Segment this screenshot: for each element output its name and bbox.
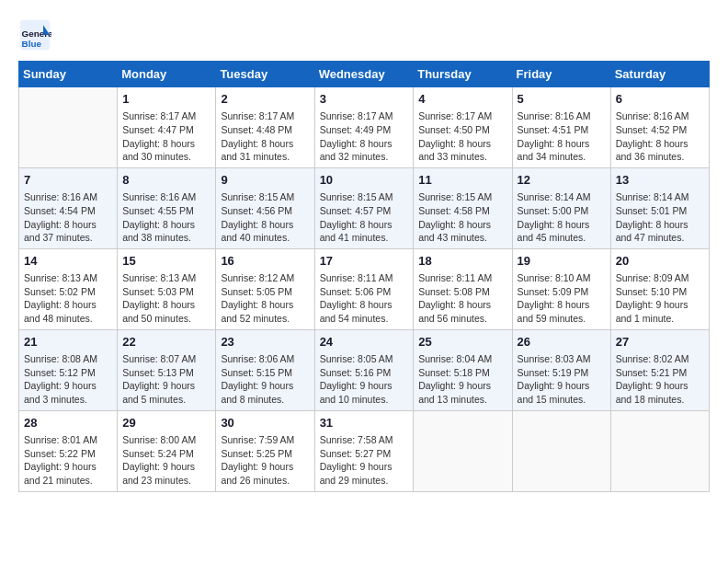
day-info: Sunrise: 8:01 AM Sunset: 5:22 PM Dayligh… — [24, 433, 112, 488]
day-number: 2 — [221, 91, 309, 108]
day-number: 12 — [518, 172, 606, 189]
calendar-cell: 17Sunrise: 8:11 AM Sunset: 5:06 PM Dayli… — [314, 248, 414, 329]
day-number: 19 — [518, 253, 606, 270]
day-info: Sunrise: 8:15 AM Sunset: 4:58 PM Dayligh… — [418, 190, 506, 245]
calendar-cell — [610, 410, 709, 491]
calendar-header-saturday: Saturday — [610, 62, 709, 87]
calendar-cell: 5Sunrise: 8:16 AM Sunset: 4:51 PM Daylig… — [512, 87, 610, 168]
calendar-cell: 25Sunrise: 8:04 AM Sunset: 5:18 PM Dayli… — [414, 329, 512, 410]
day-info: Sunrise: 8:17 AM Sunset: 4:50 PM Dayligh… — [418, 109, 506, 164]
logo-icon: General Blue — [18, 18, 51, 52]
calendar-cell — [19, 87, 118, 168]
calendar-cell: 28Sunrise: 8:01 AM Sunset: 5:22 PM Dayli… — [19, 410, 118, 491]
calendar-header-tuesday: Tuesday — [216, 62, 314, 87]
svg-text:Blue: Blue — [22, 39, 42, 49]
day-info: Sunrise: 8:15 AM Sunset: 4:57 PM Dayligh… — [320, 190, 409, 245]
calendar-week-4: 21Sunrise: 8:08 AM Sunset: 5:12 PM Dayli… — [19, 329, 710, 410]
calendar-cell: 3Sunrise: 8:17 AM Sunset: 4:49 PM Daylig… — [314, 87, 414, 168]
calendar-cell: 11Sunrise: 8:15 AM Sunset: 4:58 PM Dayli… — [414, 167, 512, 248]
calendar-header-friday: Friday — [512, 62, 610, 87]
day-info: Sunrise: 8:16 AM Sunset: 4:55 PM Dayligh… — [122, 190, 210, 245]
day-number: 7 — [24, 172, 112, 189]
calendar-header-wednesday: Wednesday — [314, 62, 414, 87]
day-number: 27 — [616, 334, 704, 350]
calendar-cell: 31Sunrise: 7:58 AM Sunset: 5:27 PM Dayli… — [314, 410, 414, 491]
day-number: 17 — [320, 253, 409, 270]
day-info: Sunrise: 8:12 AM Sunset: 5:05 PM Dayligh… — [221, 271, 309, 326]
day-number: 16 — [221, 253, 309, 270]
day-number: 9 — [221, 172, 309, 189]
calendar-cell: 9Sunrise: 8:15 AM Sunset: 4:56 PM Daylig… — [216, 167, 314, 248]
calendar-week-1: 1Sunrise: 8:17 AM Sunset: 4:47 PM Daylig… — [19, 87, 710, 168]
calendar-cell: 24Sunrise: 8:05 AM Sunset: 5:16 PM Dayli… — [314, 329, 414, 410]
day-number: 29 — [122, 415, 210, 431]
calendar-cell: 7Sunrise: 8:16 AM Sunset: 4:54 PM Daylig… — [19, 167, 118, 248]
day-number: 25 — [418, 334, 506, 350]
calendar-cell: 30Sunrise: 7:59 AM Sunset: 5:25 PM Dayli… — [216, 410, 314, 491]
calendar-cell: 21Sunrise: 8:08 AM Sunset: 5:12 PM Dayli… — [19, 329, 118, 410]
day-number: 15 — [122, 253, 210, 270]
calendar-cell: 27Sunrise: 8:02 AM Sunset: 5:21 PM Dayli… — [610, 329, 709, 410]
calendar-cell: 26Sunrise: 8:03 AM Sunset: 5:19 PM Dayli… — [512, 329, 610, 410]
day-number: 6 — [616, 91, 704, 108]
calendar-cell: 2Sunrise: 8:17 AM Sunset: 4:48 PM Daylig… — [216, 87, 314, 168]
calendar-cell: 23Sunrise: 8:06 AM Sunset: 5:15 PM Dayli… — [216, 329, 314, 410]
day-info: Sunrise: 8:17 AM Sunset: 4:49 PM Dayligh… — [320, 109, 409, 164]
day-info: Sunrise: 8:11 AM Sunset: 5:08 PM Dayligh… — [418, 271, 506, 326]
calendar-header-sunday: Sunday — [19, 62, 118, 87]
calendar-cell: 29Sunrise: 8:00 AM Sunset: 5:24 PM Dayli… — [118, 410, 216, 491]
calendar-cell: 10Sunrise: 8:15 AM Sunset: 4:57 PM Dayli… — [314, 167, 414, 248]
day-number: 21 — [24, 334, 112, 350]
calendar-cell: 1Sunrise: 8:17 AM Sunset: 4:47 PM Daylig… — [118, 87, 216, 168]
day-info: Sunrise: 8:03 AM Sunset: 5:19 PM Dayligh… — [518, 352, 606, 407]
day-info: Sunrise: 8:17 AM Sunset: 4:48 PM Dayligh… — [221, 109, 309, 164]
day-number: 22 — [122, 334, 210, 350]
day-info: Sunrise: 8:02 AM Sunset: 5:21 PM Dayligh… — [616, 352, 704, 407]
day-number: 28 — [24, 415, 112, 431]
day-number: 31 — [320, 415, 409, 431]
day-info: Sunrise: 7:59 AM Sunset: 5:25 PM Dayligh… — [221, 433, 309, 488]
day-info: Sunrise: 8:16 AM Sunset: 4:52 PM Dayligh… — [616, 109, 704, 164]
day-info: Sunrise: 8:05 AM Sunset: 5:16 PM Dayligh… — [320, 352, 409, 407]
day-info: Sunrise: 8:13 AM Sunset: 5:02 PM Dayligh… — [24, 271, 112, 326]
calendar-cell: 6Sunrise: 8:16 AM Sunset: 4:52 PM Daylig… — [610, 87, 709, 168]
day-number: 10 — [320, 172, 409, 189]
logo: General Blue — [18, 18, 57, 52]
calendar-cell: 16Sunrise: 8:12 AM Sunset: 5:05 PM Dayli… — [216, 248, 314, 329]
day-number: 8 — [122, 172, 210, 189]
day-number: 26 — [518, 334, 606, 350]
calendar-week-5: 28Sunrise: 8:01 AM Sunset: 5:22 PM Dayli… — [19, 410, 710, 491]
day-info: Sunrise: 8:16 AM Sunset: 4:51 PM Dayligh… — [518, 109, 606, 164]
day-number: 5 — [518, 91, 606, 108]
day-info: Sunrise: 8:15 AM Sunset: 4:56 PM Dayligh… — [221, 190, 309, 245]
calendar-cell — [512, 410, 610, 491]
day-number: 14 — [24, 253, 112, 270]
day-info: Sunrise: 8:06 AM Sunset: 5:15 PM Dayligh… — [221, 352, 309, 407]
calendar-cell — [414, 410, 512, 491]
calendar-header-monday: Monday — [118, 62, 216, 87]
day-info: Sunrise: 8:13 AM Sunset: 5:03 PM Dayligh… — [122, 271, 210, 326]
day-number: 13 — [616, 172, 704, 189]
calendar-cell: 12Sunrise: 8:14 AM Sunset: 5:00 PM Dayli… — [512, 167, 610, 248]
calendar-cell: 22Sunrise: 8:07 AM Sunset: 5:13 PM Dayli… — [118, 329, 216, 410]
calendar-cell: 4Sunrise: 8:17 AM Sunset: 4:50 PM Daylig… — [414, 87, 512, 168]
day-number: 3 — [320, 91, 409, 108]
day-number: 1 — [122, 91, 210, 108]
day-info: Sunrise: 8:08 AM Sunset: 5:12 PM Dayligh… — [24, 352, 112, 407]
day-info: Sunrise: 8:07 AM Sunset: 5:13 PM Dayligh… — [122, 352, 210, 407]
calendar-week-2: 7Sunrise: 8:16 AM Sunset: 4:54 PM Daylig… — [19, 167, 710, 248]
day-info: Sunrise: 8:14 AM Sunset: 5:00 PM Dayligh… — [518, 190, 606, 245]
day-info: Sunrise: 8:16 AM Sunset: 4:54 PM Dayligh… — [24, 190, 112, 245]
day-info: Sunrise: 8:17 AM Sunset: 4:47 PM Dayligh… — [122, 109, 210, 164]
day-number: 4 — [418, 91, 506, 108]
page-header: General Blue — [18, 18, 710, 52]
calendar-header-thursday: Thursday — [414, 62, 512, 87]
calendar-table: SundayMondayTuesdayWednesdayThursdayFrid… — [18, 61, 710, 492]
day-info: Sunrise: 8:10 AM Sunset: 5:09 PM Dayligh… — [518, 271, 606, 326]
calendar-cell: 15Sunrise: 8:13 AM Sunset: 5:03 PM Dayli… — [118, 248, 216, 329]
day-info: Sunrise: 7:58 AM Sunset: 5:27 PM Dayligh… — [320, 433, 409, 488]
calendar-cell: 19Sunrise: 8:10 AM Sunset: 5:09 PM Dayli… — [512, 248, 610, 329]
day-number: 20 — [616, 253, 704, 270]
calendar-header-row: SundayMondayTuesdayWednesdayThursdayFrid… — [19, 62, 710, 87]
day-number: 24 — [320, 334, 409, 350]
